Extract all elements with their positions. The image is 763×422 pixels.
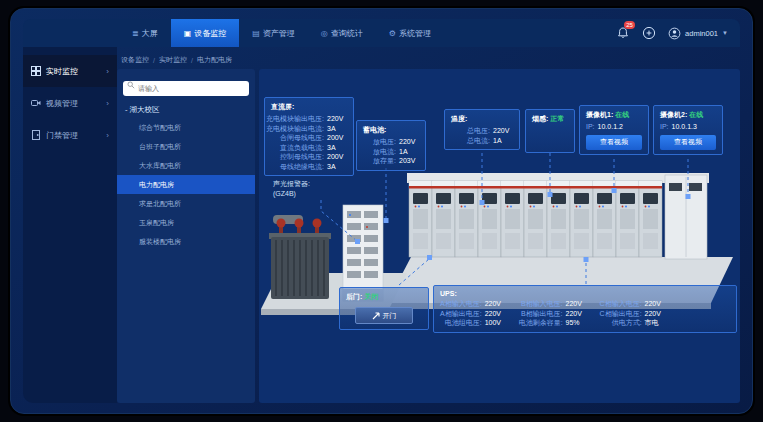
door-icon	[31, 130, 41, 140]
door-panel: 后门: 关闭 开门	[339, 287, 429, 330]
door-status: 关闭	[364, 293, 378, 300]
breadcrumb-item[interactable]: 设备监控	[121, 55, 149, 65]
tab-device-monitoring[interactable]: ▣ 设备监控	[171, 19, 240, 47]
sidebar-item-label: 门禁管理	[46, 130, 78, 141]
breadcrumb-separator: /	[191, 57, 193, 64]
stats-icon: ◎	[321, 29, 328, 38]
monitor-icon: ▣	[184, 29, 192, 38]
chevron-right-icon: ›	[106, 99, 109, 108]
settings-icon: ⚙	[389, 29, 396, 38]
camera1-panel: 摄像机1: 在线 IP: 10.0.1.2 查看视频	[579, 105, 649, 155]
screen-icon: ≣	[132, 29, 139, 38]
sidebar-item-access-control[interactable]: 门禁管理 ›	[23, 119, 117, 151]
sidebar-item-label: 视频管理	[46, 98, 78, 109]
panel-title: 温度:	[451, 114, 513, 124]
username: admin001	[685, 29, 718, 38]
tab-label: 系统管理	[399, 28, 431, 39]
view-video-button[interactable]: 查看视频	[586, 135, 642, 150]
smoke-sensor-panel: 烟感: 正常	[525, 109, 575, 153]
tab-label: 设备监控	[194, 28, 226, 39]
tab-label: 资产管理	[263, 28, 295, 39]
sidebar-item-label: 实时监控	[46, 66, 78, 77]
tab-label: 查询统计	[331, 28, 363, 39]
transformer	[269, 215, 331, 299]
nav-tabs: ≣ 大屏 ▣ 设备监控 ▤ 资产管理 ◎ 查询统计 ⚙ 系统管理	[119, 19, 444, 47]
ups-column-c: C相输入电压:220V C相输出电压:220V 供电方式:市电	[600, 299, 665, 328]
tree-item[interactable]: 求是北配电所	[117, 194, 255, 213]
switchgear-cabinets	[409, 181, 662, 257]
panel-title: 直流屏:	[271, 102, 347, 112]
temperature-panel: 温度: 总电压:220V 总电流:1A	[444, 109, 520, 150]
fullscreen-icon	[642, 26, 656, 40]
open-door-button[interactable]: 开门	[355, 307, 413, 324]
tree-item[interactable]: 大水库配电所	[117, 156, 255, 175]
breadcrumb-separator: /	[153, 57, 155, 64]
asset-icon: ▤	[252, 29, 260, 38]
panel-title: UPS:	[440, 290, 730, 297]
tab-label: 大屏	[142, 28, 158, 39]
search-input[interactable]	[123, 81, 249, 96]
user-menu[interactable]: admin001 ▼	[668, 27, 728, 40]
notification-bell-button[interactable]: 25	[616, 26, 630, 40]
camera1-status: 在线	[615, 111, 629, 118]
camera2-status: 在线	[689, 111, 703, 118]
tree-item-selected[interactable]: 电力配电房	[117, 175, 255, 194]
ups-panel: UPS: A相输入电压:220V A相输出电压:220V 电池组电压:100V …	[433, 285, 737, 333]
sidebar: 实时监控 › 视频管理 › 门禁管理 ›	[23, 47, 117, 403]
camera2-ip: 10.0.1.3	[672, 122, 697, 132]
fullscreen-button[interactable]	[642, 26, 656, 40]
ups-column-a: A相输入电压:220V A相输出电压:220V 电池组电压:100V	[440, 299, 505, 328]
top-navigation-bar: ≣ 大屏 ▣ 设备监控 ▤ 资产管理 ◎ 查询统计 ⚙ 系统管理	[23, 19, 740, 47]
collapse-icon: -	[125, 105, 128, 114]
monitor-grid-icon	[31, 66, 41, 76]
sidebar-item-video-management[interactable]: 视频管理 ›	[23, 87, 117, 119]
avatar-icon	[668, 27, 681, 40]
tree-item[interactable]: 玉泉配电房	[117, 213, 255, 232]
camera1-ip: 10.0.1.2	[598, 122, 623, 132]
tab-system-management[interactable]: ⚙ 系统管理	[376, 19, 444, 47]
device-tree-panel: - 湖大校区 综合节配电所 台班子配电所 大水库配电所 电力配电房 求是北配电所…	[117, 69, 255, 403]
chevron-right-icon: ›	[106, 131, 109, 140]
breadcrumb-item: 电力配电房	[197, 55, 232, 65]
scene-viewport[interactable]: 直流屏: 充电模块输出电压:220V 充电模块输出电流:3A 合闸母线电压:20…	[259, 69, 740, 403]
sidebar-item-realtime-monitoring[interactable]: 实时监控 ›	[23, 55, 117, 87]
dc-screen-panel: 直流屏: 充电模块输出电压:220V 充电模块输出电流:3A 合闸母线电压:20…	[264, 97, 354, 176]
tab-query-statistics[interactable]: ◎ 查询统计	[308, 19, 376, 47]
search-icon	[127, 81, 135, 89]
app-window: ≣ 大屏 ▣ 设备监控 ▤ 资产管理 ◎ 查询统计 ⚙ 系统管理	[10, 8, 753, 414]
breadcrumb: 设备监控 / 实时监控 / 电力配电房	[121, 53, 232, 67]
open-door-icon	[372, 312, 380, 320]
camera2-panel: 摄像机2: 在线 IP: 10.0.1.3 查看视频	[653, 105, 723, 155]
view-video-button[interactable]: 查看视频	[660, 135, 716, 150]
tab-asset-management[interactable]: ▤ 资产管理	[239, 19, 308, 47]
tree-item[interactable]: 台班子配电所	[117, 137, 255, 156]
breadcrumb-item[interactable]: 实时监控	[159, 55, 187, 65]
tree-item[interactable]: 服装楼配电房	[117, 232, 255, 251]
video-camera-icon	[31, 98, 41, 108]
ups-column-b: B相输入电压:220V B相输出电压:220V 电池剩余容量:95%	[519, 299, 586, 328]
topbar-right: 25 admin001 ▼	[616, 19, 740, 47]
smoke-status: 正常	[550, 115, 564, 122]
tree-root-node[interactable]: - 湖大校区	[123, 102, 249, 118]
chevron-right-icon: ›	[106, 67, 109, 76]
battery-panel: 蓄电池: 放电压:220V 放电流:1A 放存量:203V	[356, 120, 426, 171]
chevron-down-icon: ▼	[722, 30, 728, 36]
panel-title: 蓄电池:	[363, 125, 419, 135]
notification-badge: 25	[624, 21, 635, 29]
tab-dashboard[interactable]: ≣ 大屏	[119, 19, 171, 47]
tree-item[interactable]: 综合节配电所	[117, 118, 255, 137]
power-supply-mode: 市电	[645, 318, 665, 328]
control-cabinet	[665, 175, 707, 259]
sound-light-alarm-label: 声光报警器: (GZ4B)	[273, 179, 310, 199]
